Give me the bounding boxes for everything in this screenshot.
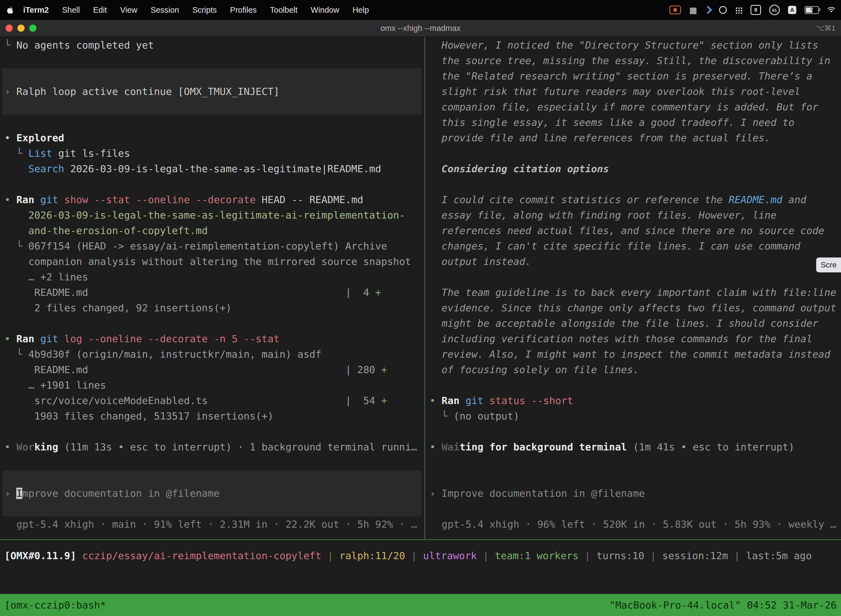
text-segment: of focusing solely on file lines. xyxy=(429,364,639,375)
battery-icon[interactable]: ϟ xyxy=(804,6,819,14)
text-segment: including verification notes with those … xyxy=(429,333,812,345)
text-segment: HEAD -- README.md xyxy=(255,194,363,205)
terminal-line: 2 files changed, 92 insertions(+) xyxy=(4,300,424,316)
terminal-line: └ 067f154 (HEAD -> essay/ai-reimplementa… xyxy=(4,238,424,254)
menu-profiles[interactable]: Profiles xyxy=(224,6,264,15)
menu-view[interactable]: View xyxy=(113,6,144,15)
text-segment: The team guideline is to back every impo… xyxy=(429,287,836,298)
text-segment: No agents completed yet xyxy=(16,40,154,51)
text-segment: • xyxy=(4,132,16,144)
menu-help[interactable]: Help xyxy=(346,6,375,15)
text-segment: the source tree, missing the essay. Stil… xyxy=(429,55,830,66)
menu-circle-icon[interactable] xyxy=(719,6,727,14)
left-pane-content: └ No agents completed yet› Ralph loop ac… xyxy=(0,37,424,539)
text-segment: 2026-03-09-is-legal-the-same-as-legitima… xyxy=(4,210,405,221)
terminal-line: output instead. xyxy=(429,254,841,269)
text-segment: | xyxy=(579,550,596,561)
terminal: └ No agents completed yet› Ralph loop ac… xyxy=(0,37,841,616)
terminal-line: └ (no output) xyxy=(429,408,841,424)
text-segment: 2 files changed, 92 insertions(+) xyxy=(4,302,232,314)
terminal-line: including verification notes with those … xyxy=(429,331,841,347)
text-segment: | xyxy=(728,550,746,561)
text-segment: companion analysis without altering the … xyxy=(4,256,411,267)
text-segment: gpt-5.4 xhigh · 96% left · 520K in · 5.8… xyxy=(429,519,836,530)
text-segment: • xyxy=(429,441,441,453)
text-segment: the "Related research writing" section i… xyxy=(429,70,812,82)
left-pane[interactable]: └ No agents completed yet› Ralph loop ac… xyxy=(0,37,424,539)
terminal-line: └ No agents completed yet xyxy=(4,38,424,53)
apple-menu-icon[interactable] xyxy=(7,6,14,14)
terminal-line: 1903 files changed, 513517 insertions(+) xyxy=(4,408,424,424)
window-title-bar[interactable]: omx --xhigh --madmax ⌥⌘1 xyxy=(0,20,841,37)
zoom-button[interactable] xyxy=(29,25,37,32)
omx-team: team:1 workers xyxy=(495,550,578,561)
input-source-icon[interactable]: A xyxy=(788,6,796,14)
text-segment: Wai xyxy=(441,441,459,453)
terminal-line: the source tree, missing the essay. Stil… xyxy=(429,53,841,69)
menu-scripts[interactable]: Scripts xyxy=(186,6,224,15)
menu-window[interactable]: Window xyxy=(304,6,346,15)
menu-session[interactable]: Session xyxy=(144,6,186,15)
chevron-right-icon[interactable] xyxy=(704,6,712,14)
text-segment: references need actual files, and since … xyxy=(429,225,824,236)
percent-badge-icon[interactable]: 61 xyxy=(769,5,780,15)
window-title: omx --xhigh --madmax xyxy=(0,24,841,33)
wifi-icon[interactable] xyxy=(827,7,835,13)
minimize-button[interactable] xyxy=(18,25,25,32)
text-segment: Ralph loop active continue [OMX_TMUX_INJ… xyxy=(16,86,280,97)
menu-shell[interactable]: Shell xyxy=(56,6,86,15)
app-menus: iTerm2ShellEditViewSessionScriptsProfile… xyxy=(16,6,375,15)
text-segment: | xyxy=(405,550,423,561)
text-segment xyxy=(58,194,64,205)
text-segment: git xyxy=(466,395,484,406)
recording-dot xyxy=(674,8,677,12)
screen-recording-icon[interactable] xyxy=(670,6,681,14)
text-segment: Ran xyxy=(16,333,34,345)
omx-mode: ultrawork xyxy=(423,550,477,561)
text-segment: evidence. Since this change only affects… xyxy=(429,302,836,314)
terminal-line: and-the-erosion-of-copyleft.md xyxy=(4,223,424,238)
terminal-line: src/voice/voiceModeEnabled.ts | 54 + xyxy=(4,393,424,408)
app-grid-icon[interactable] xyxy=(735,6,742,13)
menu-bar-status: ▦ 8 61 A ϟ xyxy=(670,5,835,15)
text-segment: └ xyxy=(4,148,28,159)
apple-logo xyxy=(7,6,14,14)
text-segment: (1m 41s • esc to interrupt) xyxy=(627,441,794,453)
text-segment: › xyxy=(4,488,16,499)
text-segment: gpt-5.4 xhigh · main · 91% left · 2.31M … xyxy=(4,519,417,530)
menu-toolbelt[interactable]: Toolbelt xyxy=(263,6,304,15)
right-pane[interactable]: However, I noticed the "Directory Struct… xyxy=(425,37,841,539)
terminal-line: … +2 lines xyxy=(4,269,424,285)
text-segment: and-the-erosion-of-copyleft.md xyxy=(4,225,208,236)
window-manager-icon[interactable]: ▦ xyxy=(689,5,697,15)
terminal-line: └ 4b9d30f (origin/main, instructkr/main,… xyxy=(4,347,424,362)
text-segment: changes, I can't cite specific file line… xyxy=(429,241,800,252)
terminal-line: I could cite commit statistics or refere… xyxy=(429,192,841,208)
text-segment: 1903 files changed, 513517 insertions(+) xyxy=(4,411,273,422)
text-segment: └ xyxy=(429,411,454,422)
text-segment: └ xyxy=(4,40,16,51)
prompt-input-line: › Improve documentation in @filename xyxy=(429,486,841,501)
window-shortcut-badge: ⌥⌘1 xyxy=(816,24,835,32)
text-segment: └ xyxy=(4,241,28,252)
text-cursor: I xyxy=(16,488,22,499)
text-segment: king xyxy=(34,441,58,453)
omx-last: last:5m ago xyxy=(746,550,812,561)
text-segment xyxy=(459,395,466,406)
notification-popup[interactable]: Scre xyxy=(816,258,841,273)
close-button[interactable] xyxy=(6,25,13,32)
terminal-line: provide file and line references from th… xyxy=(429,130,841,146)
keycap-icon[interactable]: 8 xyxy=(750,5,761,15)
text-segment: | xyxy=(477,550,495,561)
text-segment: this single essay, it seems like a good … xyxy=(429,117,794,128)
working-status-line: • Working (11m 13s • esc to interrupt) ·… xyxy=(4,439,424,455)
inject-banner-line: › Ralph loop active continue [OMX_TMUX_I… xyxy=(4,84,424,99)
text-segment: might be acceptable alongside the file l… xyxy=(429,318,818,329)
menu-iterm2[interactable]: iTerm2 xyxy=(16,6,56,15)
text-segment: essay file, along with finding root file… xyxy=(429,210,777,221)
screen: iTerm2ShellEditViewSessionScriptsProfile… xyxy=(0,0,841,616)
text-segment: | xyxy=(644,550,662,561)
charging-bolt-icon: ϟ xyxy=(806,7,818,13)
terminal-line: review. Also, I might want to inspect th… xyxy=(429,347,841,362)
menu-edit[interactable]: Edit xyxy=(86,6,113,15)
